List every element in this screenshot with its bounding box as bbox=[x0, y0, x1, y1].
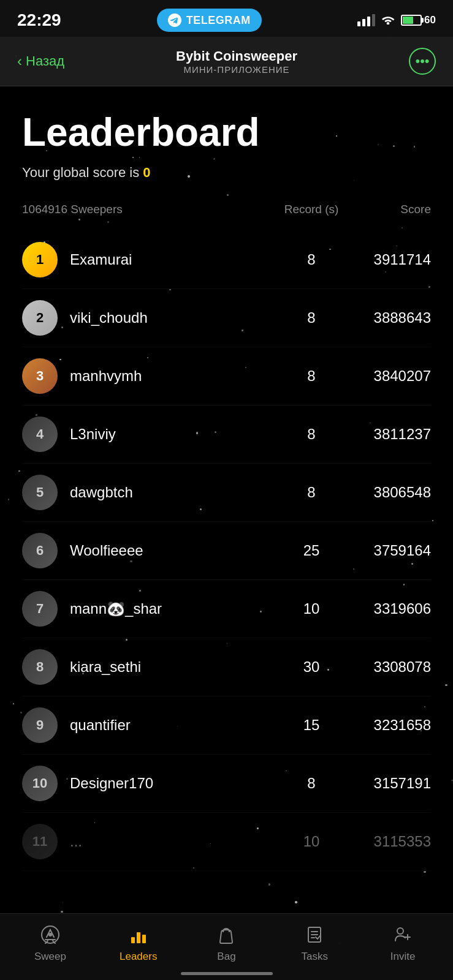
telegram-badge: TELEGRAM bbox=[157, 9, 262, 32]
leader-row: 2 viki_choudh 8 3888643 bbox=[22, 289, 431, 347]
leader-name: Examurai bbox=[70, 251, 278, 268]
invite-icon bbox=[392, 924, 414, 946]
leader-row: 4 L3niviy 8 3811237 bbox=[22, 405, 431, 464]
leader-row: 1 Examurai 8 3911714 bbox=[22, 231, 431, 289]
th-sweepers: 1064916 Sweepers bbox=[22, 203, 278, 216]
telegram-icon bbox=[168, 13, 181, 27]
leader-name: Woolfieeee bbox=[70, 542, 278, 559]
page-title: Leaderboard bbox=[22, 111, 431, 154]
nav-label-bag: Bag bbox=[217, 951, 235, 963]
nav-item-invite[interactable]: Invite bbox=[375, 924, 430, 963]
global-score-text: Your global score is bbox=[22, 165, 139, 180]
leader-name: ... bbox=[70, 833, 278, 850]
back-button[interactable]: ‹ Назад bbox=[17, 53, 64, 70]
leader-row: 9 quantifier 15 3231658 bbox=[22, 696, 431, 755]
leader-name: mann🐼_shar bbox=[70, 600, 278, 617]
nav-bar: ‹ Назад Bybit Coinsweeper МИНИ-ПРИЛОЖЕНИ… bbox=[0, 37, 453, 86]
global-score-line: Your global score is 0 bbox=[22, 165, 431, 181]
telegram-label: TELEGRAM bbox=[186, 14, 251, 27]
leader-score: 3308078 bbox=[345, 658, 431, 676]
bottom-nav: Sweep Leaders Bag Tasks bbox=[0, 913, 453, 980]
leader-score: 3888643 bbox=[345, 309, 431, 326]
nav-label-leaders: Leaders bbox=[120, 951, 157, 963]
leader-row: 7 mann🐼_shar 10 3319606 bbox=[22, 580, 431, 638]
leader-score: 3911714 bbox=[345, 251, 431, 268]
leader-row: 5 dawgbtch 8 3806548 bbox=[22, 464, 431, 522]
rank-badge: 11 bbox=[22, 824, 58, 859]
leader-score: 3231658 bbox=[345, 717, 431, 734]
nav-item-tasks[interactable]: Tasks bbox=[287, 924, 342, 963]
leader-row: 8 kiara_sethi 30 3308078 bbox=[22, 638, 431, 696]
status-time: 22:29 bbox=[17, 10, 61, 30]
leader-record: 8 bbox=[278, 775, 345, 792]
leader-record: 8 bbox=[278, 251, 345, 268]
nav-label-tasks: Tasks bbox=[302, 951, 328, 963]
leader-record: 25 bbox=[278, 542, 345, 559]
nav-item-sweep[interactable]: Sweep bbox=[23, 924, 78, 963]
svg-point-1 bbox=[48, 933, 52, 937]
leader-row: 10 Designer170 8 3157191 bbox=[22, 755, 431, 813]
bag-icon bbox=[215, 924, 237, 946]
tasks-icon bbox=[303, 924, 325, 946]
leader-row: 3 manhvymh 8 3840207 bbox=[22, 347, 431, 405]
wifi-icon bbox=[381, 13, 395, 28]
leader-name: Designer170 bbox=[70, 775, 278, 792]
rank-badge: 6 bbox=[22, 533, 58, 568]
leader-score: 3840207 bbox=[345, 368, 431, 385]
leader-record: 15 bbox=[278, 717, 345, 734]
table-header: 1064916 Sweepers Record (s) Score bbox=[22, 203, 431, 216]
leader-row: 6 Woolfieeee 25 3759164 bbox=[22, 522, 431, 580]
rank-badge: 5 bbox=[22, 475, 58, 510]
leader-row: 11 ... 10 3115353 bbox=[22, 813, 431, 871]
leader-name: quantifier bbox=[70, 717, 278, 734]
status-bar: 22:29 TELEGRAM 60 bbox=[0, 0, 453, 37]
rank-badge: 7 bbox=[22, 591, 58, 627]
rank-badge: 2 bbox=[22, 300, 58, 336]
leader-score: 3115353 bbox=[345, 833, 431, 850]
nav-label-invite: Invite bbox=[390, 951, 416, 963]
leader-score: 3157191 bbox=[345, 775, 431, 792]
th-record: Record (s) bbox=[278, 203, 345, 216]
nav-label-sweep: Sweep bbox=[34, 951, 66, 963]
rank-badge: 10 bbox=[22, 766, 58, 801]
back-label: Назад bbox=[26, 53, 64, 69]
nav-item-leaders[interactable]: Leaders bbox=[111, 924, 166, 963]
rank-badge: 4 bbox=[22, 417, 58, 452]
home-indicator bbox=[181, 972, 273, 975]
leaders-icon bbox=[128, 924, 150, 946]
nav-title: Bybit Coinsweeper bbox=[176, 48, 297, 64]
battery: 60 bbox=[401, 14, 436, 26]
rank-badge: 3 bbox=[22, 358, 58, 394]
leader-record: 8 bbox=[278, 309, 345, 326]
leaderboard-list: 1 Examurai 8 3911714 2 viki_choudh 8 388… bbox=[22, 231, 431, 871]
main-content: Leaderboard Your global score is 0 10649… bbox=[0, 86, 453, 944]
global-score-value: 0 bbox=[143, 165, 150, 180]
leader-name: L3niviy bbox=[70, 426, 278, 443]
leader-name: dawgbtch bbox=[70, 484, 278, 501]
leader-record: 10 bbox=[278, 833, 345, 850]
svg-point-6 bbox=[397, 928, 403, 934]
leader-name: kiara_sethi bbox=[70, 658, 278, 676]
rank-badge: 9 bbox=[22, 707, 58, 743]
more-options-button[interactable]: ••• bbox=[409, 48, 436, 75]
more-dots-icon: ••• bbox=[415, 53, 429, 69]
back-chevron-icon: ‹ bbox=[17, 53, 22, 70]
leader-name: viki_choudh bbox=[70, 309, 278, 326]
status-center: TELEGRAM bbox=[157, 9, 262, 32]
leader-record: 8 bbox=[278, 426, 345, 443]
nav-item-bag[interactable]: Bag bbox=[199, 924, 254, 963]
leader-name: manhvymh bbox=[70, 368, 278, 385]
svg-rect-4 bbox=[142, 935, 146, 943]
leader-record: 10 bbox=[278, 600, 345, 617]
status-right: 60 bbox=[357, 13, 436, 28]
battery-percent: 60 bbox=[424, 14, 436, 26]
sweep-icon bbox=[39, 924, 61, 946]
signal-bars bbox=[357, 14, 375, 26]
leader-score: 3806548 bbox=[345, 484, 431, 501]
svg-rect-3 bbox=[137, 932, 140, 943]
rank-badge: 1 bbox=[22, 242, 58, 277]
nav-center: Bybit Coinsweeper МИНИ-ПРИЛОЖЕНИЕ bbox=[176, 48, 297, 75]
leader-score: 3759164 bbox=[345, 542, 431, 559]
th-score: Score bbox=[345, 203, 431, 216]
leader-score: 3811237 bbox=[345, 426, 431, 443]
